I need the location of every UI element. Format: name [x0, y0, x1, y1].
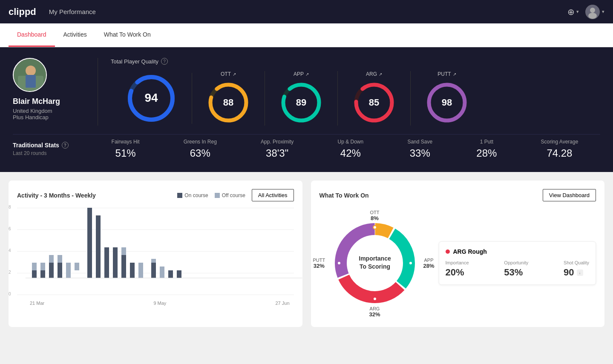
all-activities-button[interactable]: All Activities [252, 189, 294, 201]
player-row: Blair McHarg United Kingdom Plus Handica… [13, 58, 600, 126]
gauge-putt: PUTT ↗ 98 [411, 71, 483, 126]
chart-legend: On course Off course All Activities [177, 189, 294, 201]
app-marker [409, 261, 412, 265]
app-header: clippd My Performance ⊕ ▾ ▾ [0, 0, 613, 23]
svg-rect-37 [121, 247, 126, 255]
user-chevron: ▾ [602, 9, 604, 14]
donut-svg: Importance To Scoring [319, 208, 430, 318]
legend-on-course: On course [177, 192, 208, 198]
svg-rect-33 [96, 215, 101, 278]
bar-chart-container: 8 6 4 2 0 [17, 208, 294, 306]
tab-activities[interactable]: Activities [55, 23, 95, 47]
bottom-row: Activity - 3 Months - Weekly On course O… [0, 172, 613, 335]
gauge-putt-svg: 98 [426, 81, 468, 124]
putt-label: PUTT 32% [313, 258, 325, 269]
svg-point-5 [26, 66, 36, 76]
gauge-ott-label: OTT ↗ [221, 71, 236, 77]
info-card: ARG Rough Importance 20% Opportunity 53%… [439, 241, 596, 285]
svg-rect-24 [40, 270, 45, 278]
stat-shot-quality: Shot Quality 90 ↓ [564, 260, 589, 278]
gauge-putt-container: 98 [426, 81, 468, 126]
activity-panel-header: Activity - 3 Months - Weekly On course O… [17, 189, 294, 201]
chart-x-labels: 21 Mar 9 May 27 Jun [26, 301, 294, 306]
player-handicap: Plus Handicap [13, 114, 49, 120]
arg-arrow-icon: ↗ [379, 72, 382, 77]
svg-point-1 [590, 8, 595, 13]
gauge-app-label: APP ↗ [294, 71, 309, 77]
svg-text:89: 89 [296, 97, 306, 108]
gauge-tpq: 94 [111, 73, 192, 124]
stats-hero: Blair McHarg United Kingdom Plus Handica… [0, 47, 613, 172]
svg-rect-31 [75, 263, 79, 270]
svg-point-2 [588, 13, 597, 19]
info-card-stats: Importance 20% Opportunity 53% Shot Qual… [446, 260, 590, 278]
gauge-app-svg: 89 [280, 81, 322, 124]
stat-opportunity: Opportunity 53% [504, 260, 528, 278]
ott-arrow-icon: ↗ [233, 72, 236, 77]
stat-up-down: Up & Down 42% [338, 139, 364, 159]
trad-help-icon[interactable]: ? [62, 142, 69, 149]
putt-marker [337, 261, 341, 265]
svg-rect-27 [49, 255, 54, 263]
player-country: United Kingdom [13, 108, 52, 114]
svg-rect-39 [138, 263, 143, 278]
user-menu[interactable]: ▾ [585, 5, 604, 19]
svg-rect-34 [104, 247, 109, 278]
svg-rect-22 [32, 270, 37, 278]
avatar [585, 5, 600, 19]
what-to-work-header: What To Work On View Dashboard [319, 189, 596, 201]
stat-fairways: Fairways Hit 51% [112, 139, 140, 159]
add-button[interactable]: ⊕ ▾ [567, 7, 579, 17]
gauge-tpq-svg: 94 [126, 73, 177, 124]
svg-rect-43 [168, 270, 173, 278]
donut-center-line1: Importance [359, 255, 391, 262]
x-label-mar: 21 Mar [30, 301, 44, 306]
svg-rect-44 [177, 270, 181, 278]
putt-arrow-icon: ↗ [453, 72, 456, 77]
info-card-title: ARG Rough [446, 248, 590, 255]
svg-rect-28 [58, 263, 62, 278]
gauge-arg-container: 85 [353, 81, 395, 126]
gauge-arg-label: ARG ↗ [366, 71, 382, 77]
svg-rect-35 [113, 247, 118, 278]
tab-dashboard[interactable]: Dashboard [9, 23, 55, 47]
stat-greens: Greens In Reg 63% [184, 139, 217, 159]
gauge-app-container: 89 [280, 81, 322, 126]
gauge-putt-label: PUTT ↗ [437, 71, 456, 77]
trad-stats-items: Fairways Hit 51% Greens In Reg 63% App. … [89, 139, 600, 159]
svg-text:94: 94 [144, 91, 158, 104]
svg-rect-30 [66, 263, 71, 278]
gauge-app: APP ↗ 89 [265, 71, 338, 126]
svg-rect-42 [160, 267, 164, 278]
quality-help-icon[interactable]: ? [161, 58, 168, 65]
tab-what-to-work-on[interactable]: What To Work On [95, 23, 159, 47]
quality-gauges: 94 OTT ↗ 88 [111, 71, 600, 126]
stat-one-putt: 1 Putt 28% [476, 139, 497, 159]
svg-rect-29 [58, 255, 62, 263]
donut-center-line2: To Scoring [359, 263, 390, 270]
ott-marker [373, 226, 377, 229]
trad-stats-subtitle: Last 20 rounds [13, 150, 89, 156]
gauge-ott: OTT ↗ 88 [192, 71, 265, 126]
what-to-work-title: What To Work On [319, 192, 369, 199]
player-name: Blair McHarg [13, 97, 60, 106]
svg-rect-38 [130, 263, 135, 278]
svg-rect-36 [121, 255, 126, 278]
arg-marker [373, 297, 377, 301]
activity-chart-title: Activity - 3 Months - Weekly [17, 192, 96, 199]
off-course-dot [215, 193, 220, 198]
ott-label: OTT 8% [370, 210, 380, 221]
stat-sand-save: Sand Save 33% [407, 139, 432, 159]
x-label-jun: 27 Jun [275, 301, 289, 306]
gauge-ott-container: 88 [207, 81, 250, 126]
svg-rect-40 [151, 263, 156, 278]
stat-importance: Importance 20% [446, 260, 469, 278]
what-to-work-panel: What To Work On View Dashboard Importanc… [311, 181, 605, 327]
on-course-dot [177, 193, 182, 198]
svg-rect-23 [32, 263, 37, 270]
view-dashboard-button[interactable]: View Dashboard [543, 189, 596, 201]
quality-label: Total Player Quality ? [111, 58, 600, 65]
add-chevron: ▾ [576, 9, 579, 14]
logo[interactable]: clippd [9, 6, 36, 17]
app-label: APP 28% [423, 258, 434, 269]
